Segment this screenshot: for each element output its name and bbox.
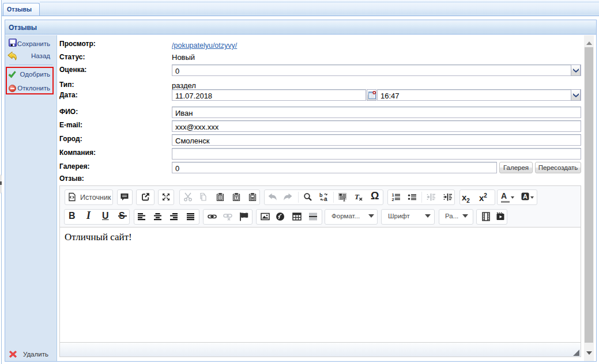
svg-text:T: T (355, 192, 360, 201)
svg-text:a: a (324, 196, 327, 202)
svg-text:2: 2 (392, 197, 394, 202)
svg-text:b: b (319, 192, 323, 198)
svg-text:A: A (523, 193, 528, 200)
